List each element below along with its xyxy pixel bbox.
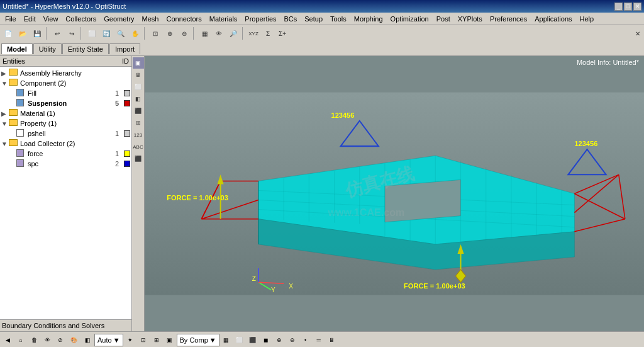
bt-select-mode[interactable]: ◧ [81, 334, 94, 346]
tb-rotate[interactable]: 🔄 [99, 26, 113, 40]
tb-zoom[interactable]: 🔍 [114, 26, 128, 40]
bt-vis[interactable]: ⊖ [286, 334, 299, 346]
tb-pan[interactable]: ✋ [128, 26, 142, 40]
tb-zoomin[interactable]: ⊕ [163, 26, 177, 40]
svg-text:www.1CAE.com: www.1CAE.com [327, 207, 404, 218]
menu-setup[interactable]: Setup [301, 14, 326, 23]
side-btn-2[interactable]: 🖥 [133, 69, 144, 81]
menu-post[interactable]: Post [433, 14, 454, 23]
menu-mesh[interactable]: Mesh [138, 14, 163, 23]
tree-pshell[interactable]: pshell 1 [1, 128, 130, 139]
side-btn-4[interactable]: ◧ [133, 93, 144, 105]
side-btn-8[interactable]: ABC [133, 141, 144, 152]
titlebar-controls[interactable]: _ □ ✕ [614, 3, 641, 11]
tree-assembly-hierarchy[interactable]: ▶ Assembly Hierarchy [1, 68, 130, 78]
tb-show[interactable]: 🔎 [226, 26, 240, 40]
tree-item-label: Component (2) [20, 79, 130, 87]
tree-fill[interactable]: Fill 1 [1, 88, 130, 98]
tb-undo[interactable]: ↩ [50, 26, 64, 40]
close-button[interactable]: ✕ [633, 3, 641, 11]
bt-edges[interactable]: ═ [313, 334, 325, 346]
side-btn-6[interactable]: ⊞ [133, 117, 144, 128]
tb-xyz[interactable]: XYZ [247, 26, 260, 40]
tb-fit[interactable]: ⊡ [148, 26, 162, 40]
menu-file[interactable]: File [1, 14, 20, 23]
titlebar: Untitled* - HyperMesh v12.0 - OptiStruct… [0, 0, 644, 13]
bt-prev[interactable]: ◀ [1, 334, 14, 346]
menu-help[interactable]: Help [576, 14, 598, 23]
bt-color[interactable]: 🎨 [67, 334, 80, 346]
bt-anim[interactable]: ⊕ [273, 334, 286, 346]
tab-import[interactable]: Import [109, 43, 140, 54]
tree-force[interactable]: force 1 [1, 149, 130, 159]
tree-component-group[interactable]: ▼ Component (2) [1, 78, 130, 88]
tb-new[interactable]: 📄 [1, 26, 15, 40]
bt-bycomp-dropdown[interactable]: By Comp ▼ [177, 334, 219, 346]
menu-preferences[interactable]: Preferences [486, 14, 531, 23]
bt-mesh3[interactable]: ⬛ [247, 334, 259, 346]
bt-select1[interactable]: ⊡ [137, 334, 150, 346]
expand-icon: ▶ [1, 110, 9, 117]
tb-close-panel[interactable]: ✕ [633, 26, 643, 40]
menu-tools[interactable]: Tools [326, 14, 350, 23]
menu-morphing[interactable]: Morphing [350, 14, 387, 23]
tb-select[interactable]: ⬜ [85, 26, 99, 40]
side-btn-3[interactable]: ⬜ [133, 81, 144, 93]
folder-icon [9, 79, 19, 88]
bt-trash[interactable]: 🗑 [28, 334, 40, 346]
menu-geometry[interactable]: Geometry [100, 14, 138, 23]
menu-edit[interactable]: Edit [20, 14, 40, 23]
side-btn-9[interactable]: ⬛ [133, 153, 144, 164]
tb-zoomout[interactable]: ⊖ [177, 26, 191, 40]
side-btn-7[interactable]: 123 [133, 129, 144, 140]
tree-item-id: 1 [115, 150, 119, 157]
bt-mesh2[interactable]: ⬜ [233, 334, 246, 346]
tree-spc[interactable]: spc 2 [1, 159, 130, 169]
tab-entity-state[interactable]: Entity State [62, 43, 109, 54]
menu-applications[interactable]: Applications [531, 14, 575, 23]
menu-view[interactable]: View [40, 14, 62, 23]
tree-load-collector-group[interactable]: ▼ Load Collector (2) [1, 139, 130, 149]
bt-eye[interactable]: 👁 [41, 334, 53, 346]
tree-item-label: Material (1) [20, 110, 130, 117]
bt-screen[interactable]: 🖥 [326, 334, 338, 346]
bt-nodes[interactable]: • [299, 334, 312, 346]
tb-mesh[interactable]: ▦ [197, 26, 211, 40]
by-comp-label: By Comp [180, 336, 208, 344]
menu-optimization[interactable]: Optimization [387, 14, 433, 23]
tab-utility[interactable]: Utility [33, 43, 62, 54]
tree-suspension[interactable]: Suspension 5 [1, 98, 130, 108]
side-btn-1[interactable]: ▣ [133, 57, 144, 69]
maximize-button[interactable]: □ [624, 3, 632, 11]
tb-sum[interactable]: Σ [261, 26, 275, 40]
bt-mesh1[interactable]: ▦ [220, 334, 233, 346]
tree-material-group[interactable]: ▶ Material (1) [1, 108, 130, 118]
tree-property-group[interactable]: ▼ Property (1) [1, 118, 130, 128]
menu-bcs[interactable]: BCs [280, 14, 301, 23]
tb-sum2[interactable]: Σ+ [275, 26, 289, 40]
menu-collectors[interactable]: Collectors [62, 14, 100, 23]
bt-auto-dropdown[interactable]: Auto ▼ [94, 334, 123, 346]
tab-model[interactable]: Model [1, 43, 33, 54]
expand-icon: ▶ [1, 70, 9, 77]
menu-xyplots[interactable]: XYPlots [454, 14, 486, 23]
svg-text:X: X [289, 283, 293, 290]
menu-materials[interactable]: Materials [206, 14, 242, 23]
viewport[interactable]: Model Info: Untitled* [145, 56, 644, 331]
bt-noshow[interactable]: ⊘ [54, 334, 67, 346]
tb-redo[interactable]: ↪ [65, 26, 79, 40]
bt-home[interactable]: ⌂ [14, 334, 27, 346]
color-indicator [124, 100, 130, 106]
bt-select2[interactable]: ⊞ [150, 334, 163, 346]
side-btn-5[interactable]: ⬛ [133, 105, 144, 117]
bt-cursor[interactable]: ✦ [124, 334, 136, 346]
tb-hide[interactable]: 👁 [212, 26, 226, 40]
bt-render[interactable]: ▣ [164, 334, 176, 346]
minimize-button[interactable]: _ [614, 3, 623, 11]
menubar: File Edit View Collectors Geometry Mesh … [0, 13, 644, 25]
tb-save[interactable]: 💾 [30, 26, 44, 40]
tb-open[interactable]: 📂 [16, 26, 30, 40]
menu-connectors[interactable]: Connectors [162, 14, 205, 23]
menu-properties[interactable]: Properties [241, 14, 280, 23]
bt-mesh4[interactable]: ◼ [260, 334, 272, 346]
